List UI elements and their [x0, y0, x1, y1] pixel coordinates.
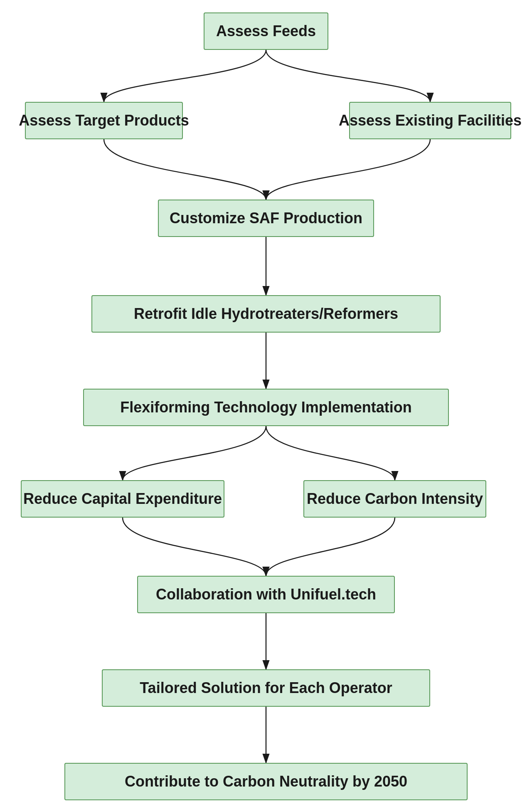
retrofit-node: Retrofit Idle Hydrotreaters/Reformers: [91, 295, 441, 333]
tailored-solution-node: Tailored Solution for Each Operator: [102, 669, 430, 707]
diagram-container: Assess Feeds Assess Target Products Asse…: [0, 0, 532, 809]
reduce-carbon-node: Reduce Carbon Intensity: [303, 480, 486, 518]
collaboration-node: Collaboration with Unifuel.tech: [137, 576, 395, 613]
flexiforming-node: Flexiforming Technology Implementation: [83, 389, 449, 426]
reduce-capital-node: Reduce Capital Expenditure: [21, 480, 224, 518]
customize-saf-production-node: Customize SAF Production: [158, 200, 374, 237]
assess-target-products-node: Assess Target Products: [25, 102, 183, 139]
assess-existing-facilities-node: Assess Existing Facilities: [349, 102, 511, 139]
contribute-node: Contribute to Carbon Neutrality by 2050: [64, 763, 468, 800]
assess-feeds-node: Assess Feeds: [204, 12, 328, 50]
